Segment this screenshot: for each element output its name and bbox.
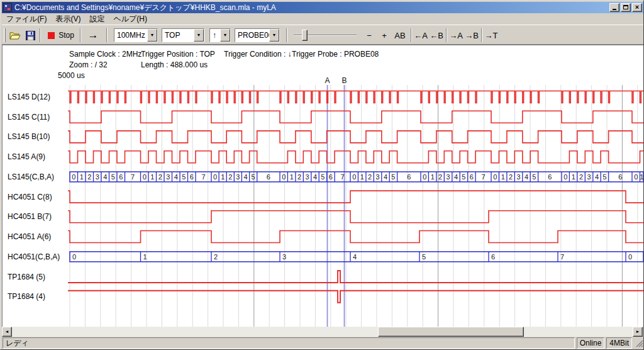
svg-text:5: 5 xyxy=(321,173,325,181)
svg-text:1: 1 xyxy=(360,173,364,181)
svg-text:1: 1 xyxy=(640,173,643,181)
svg-text:5: 5 xyxy=(422,253,426,261)
cursors[interactable]: AB xyxy=(325,76,347,327)
trigger-edge-combo[interactable]: ↑ ▼ xyxy=(209,28,231,42)
trigger-position-combo[interactable]: TOP ▼ xyxy=(162,28,204,42)
stop-square-icon xyxy=(48,32,55,39)
maximize-button[interactable] xyxy=(621,3,631,12)
menu-view[interactable]: 表示(V) xyxy=(51,13,85,25)
svg-text:1: 1 xyxy=(572,173,575,181)
svg-text:3: 3 xyxy=(446,173,450,181)
open-folder-icon xyxy=(9,31,21,40)
chevron-down-icon[interactable]: ▼ xyxy=(269,29,279,42)
trace-TP1684-4- xyxy=(68,291,643,303)
minimize-button[interactable] xyxy=(609,3,619,12)
svg-text:5: 5 xyxy=(252,173,255,181)
svg-text:4: 4 xyxy=(454,173,458,181)
svg-text:2: 2 xyxy=(228,173,232,181)
scroll-right-button[interactable]: ► xyxy=(633,327,643,337)
trace-LS145-B-10- xyxy=(68,131,643,143)
zoom-slider-thumb[interactable] xyxy=(302,30,308,41)
chevron-down-icon[interactable]: ▼ xyxy=(220,29,230,42)
svg-text:5: 5 xyxy=(462,173,465,181)
trace-HC4051-C-8- xyxy=(68,191,643,203)
zoom-in-button[interactable]: + xyxy=(378,28,391,43)
svg-text:2: 2 xyxy=(579,173,583,181)
resize-grip[interactable] xyxy=(635,339,643,347)
menu-file[interactable]: ファイル(F) xyxy=(2,13,51,25)
open-file-button[interactable] xyxy=(8,28,22,43)
svg-text:2: 2 xyxy=(438,173,442,181)
sample-rate-combo[interactable]: 100MHz ▼ xyxy=(114,28,158,42)
ab-button[interactable]: AB xyxy=(392,28,408,43)
svg-text:4: 4 xyxy=(313,173,317,181)
svg-text:1: 1 xyxy=(80,173,84,181)
trigger-probe-combo[interactable]: PROBE00 ▼ xyxy=(235,28,280,42)
svg-text:0: 0 xyxy=(423,173,426,181)
scroll-left-button[interactable]: ◄ xyxy=(2,327,12,337)
svg-text:0: 0 xyxy=(493,173,497,181)
svg-text:6: 6 xyxy=(548,173,552,181)
svg-text:6: 6 xyxy=(119,173,123,181)
svg-text:6: 6 xyxy=(329,173,333,181)
goto-cursor-a-left-button[interactable]: ←A xyxy=(413,28,428,43)
title-bar: C:¥Documents and Settings¥noname¥デスクトップ¥… xyxy=(2,2,643,13)
svg-text:1: 1 xyxy=(431,173,435,181)
toolbar-separator xyxy=(481,28,482,42)
goto-cursor-a-right-button[interactable]: →A xyxy=(448,28,464,43)
svg-text:0: 0 xyxy=(634,173,638,181)
svg-text:3: 3 xyxy=(96,173,99,181)
svg-text:2: 2 xyxy=(158,173,162,181)
svg-text:2: 2 xyxy=(87,173,91,181)
stop-button[interactable]: Stop xyxy=(45,28,77,43)
horizontal-scrollbar[interactable]: ◄ ► xyxy=(2,327,643,337)
svg-text:5: 5 xyxy=(391,173,395,181)
menu-bar: ファイル(F) 表示(V) 設定 ヘルプ(H) xyxy=(2,13,643,25)
svg-text:0: 0 xyxy=(213,173,217,181)
zoom-out-button[interactable]: − xyxy=(363,28,375,43)
toolbar-separator xyxy=(40,28,41,42)
svg-text:1: 1 xyxy=(221,173,225,181)
svg-text:7: 7 xyxy=(131,173,135,181)
menu-settings[interactable]: 設定 xyxy=(85,13,109,25)
memory-status: 4MBit xyxy=(606,337,632,349)
svg-text:6: 6 xyxy=(618,173,622,181)
zoom-slider[interactable] xyxy=(294,35,357,36)
svg-text:2: 2 xyxy=(368,173,372,181)
svg-text:5: 5 xyxy=(602,173,606,181)
trace-LS145-A-9- xyxy=(68,151,643,163)
goto-cursor-b-right-button[interactable]: →B xyxy=(464,28,479,43)
svg-text:3: 3 xyxy=(305,173,309,181)
svg-text:6: 6 xyxy=(470,173,474,181)
run-button[interactable]: → xyxy=(84,28,102,43)
goto-cursor-b-left-button[interactable]: ←B xyxy=(429,28,444,43)
floppy-disk-icon xyxy=(26,31,35,40)
chevron-down-icon[interactable]: ▼ xyxy=(147,29,157,42)
app-window: C:¥Documents and Settings¥noname¥デスクトップ¥… xyxy=(0,0,644,350)
svg-text:6: 6 xyxy=(190,173,194,181)
svg-text:6: 6 xyxy=(407,173,411,181)
svg-text:0: 0 xyxy=(352,173,356,181)
svg-text:1: 1 xyxy=(501,173,505,181)
svg-text:5: 5 xyxy=(532,173,536,181)
trace-TP1684-5- xyxy=(68,271,643,283)
svg-text:3: 3 xyxy=(166,173,170,181)
scrollbar-thumb[interactable] xyxy=(378,327,524,337)
svg-text:7: 7 xyxy=(481,173,485,181)
status-message: レディ xyxy=(3,337,575,349)
toolbar-separator xyxy=(411,28,412,42)
toolbar-separator xyxy=(286,28,287,42)
svg-text:3: 3 xyxy=(236,173,240,181)
window-title: C:¥Documents and Settings¥noname¥デスクトップ¥… xyxy=(14,3,609,13)
svg-text:1: 1 xyxy=(290,173,294,181)
chevron-down-icon[interactable]: ▼ xyxy=(194,29,204,42)
close-button[interactable]: × xyxy=(632,3,642,12)
menu-help[interactable]: ヘルプ(H) xyxy=(109,13,152,25)
svg-text:3: 3 xyxy=(587,173,591,181)
svg-text:0: 0 xyxy=(72,173,75,181)
bus-LS145-C-B-A-: 0123456701234567012345601234567012345601… xyxy=(70,172,643,182)
svg-text:7: 7 xyxy=(201,173,205,181)
online-status: Online xyxy=(577,337,605,349)
goto-trigger-button[interactable]: →T xyxy=(484,28,499,43)
save-button[interactable] xyxy=(23,28,37,43)
